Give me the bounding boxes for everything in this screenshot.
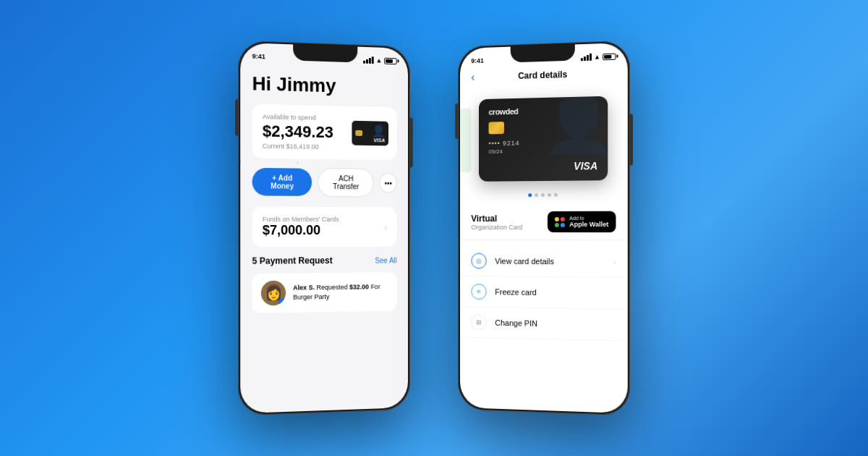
more-button[interactable]: ••• [380,173,397,193]
wifi-icon-1: ▲ [376,56,383,64]
card-person-icon: 👤 [372,124,386,138]
payment-title: 5 Payment Request [252,256,333,266]
status-icons-2: ▲ [581,53,616,62]
nav-title: Card details [518,69,567,81]
notch-1 [293,44,357,62]
eye-icon: ◎ [471,253,486,269]
phone-1-screen: 9:41 ▲ Hi Jimmy Available to spend $2,34… [240,43,408,413]
add-money-button[interactable]: + Add Money [252,168,312,196]
payment-item: 👩 ↓ Alex S. Requested $32.00 For Burger … [252,272,397,313]
dot-4[interactable] [547,193,550,197]
funds-chevron: › [384,222,387,232]
dot-5[interactable] [553,193,557,197]
payment-amount: $32.00 [349,284,369,291]
dot-3[interactable] [541,193,545,197]
card-bg-icon: 👤 [542,96,608,151]
payment-text: Alex S. Requested $32.00 For Burger Part… [293,283,380,303]
card-type: Virtual [471,214,522,224]
phone-1: 9:41 ▲ Hi Jimmy Available to spend $2,34… [238,41,410,416]
payer-name: Alex S. [293,284,315,292]
notch-2 [511,44,575,62]
dot-2[interactable] [535,193,538,197]
wallet-dot-blue [561,222,565,227]
funds-section[interactable]: Funds on Members' Cards $7,000.00 › [252,207,397,248]
battery-fill-2 [604,54,611,58]
wallet-dot-green [555,222,559,227]
grid-icon: ⊞ [471,314,486,330]
current-label: Current [263,143,284,151]
add-to-apple-wallet-button[interactable]: Add to Apple Wallet [548,211,616,232]
view-card-chevron: › [613,258,616,266]
card-info-section: Virtual Organization Card Add to Apple W… [460,203,628,240]
payment-for: For [370,284,380,291]
ach-transfer-button[interactable]: ACH Transfer [318,168,374,198]
card-thumbnail: 👤 VISA [352,121,388,146]
card-chip-thumb [355,130,362,136]
balance-section: Available to spend $2,349.23 Current $16… [252,104,397,161]
battery-fill-1 [386,59,392,62]
snowflake-icon: ✳ [471,284,486,300]
menu-item-pin[interactable]: ⊞ Change PIN [460,307,628,341]
wifi-icon-2: ▲ [594,53,600,60]
change-pin-label: Change PIN [495,318,616,329]
avatar-badge: ↓ [278,298,286,306]
card-visa-thumb: VISA [355,138,385,143]
signal-bars-2 [581,54,592,62]
phone-2-screen: 9:41 ▲ ‹ Card details 👤 crowded [460,43,628,413]
wallet-dot-yellow [555,216,559,221]
dot-1[interactable] [528,193,532,197]
battery-1 [384,57,396,64]
signal-bars-1 [363,56,374,64]
phone-2: 9:41 ▲ ‹ Card details 👤 crowded [458,41,630,416]
action-buttons: + Add Money ACH Transfer ••• [252,167,397,198]
card-slide: 👤 crowded •••• 9214 09/24 VISA [479,96,608,181]
time-2: 9:41 [471,57,483,64]
card-chip [489,122,504,134]
menu-item-view-card[interactable]: ◎ View card details › [460,246,628,279]
avatar: 👩 ↓ [261,281,286,306]
wallet-dot-red [561,216,565,221]
freeze-card-label: Freeze card [495,287,616,297]
card-org: Organization Card [471,224,522,231]
view-card-label: View card details [495,257,604,266]
funds-amount: $7,000.00 [263,223,339,238]
funds-content: Funds on Members' Cards $7,000.00 [263,216,339,238]
funds-label: Funds on Members' Cards [263,216,339,223]
add-wallet-big-text: Apple Wallet [569,221,608,228]
back-button[interactable]: ‹ [471,71,475,84]
screen1-content: Hi Jimmy Available to spend $2,349.23 Cu… [240,63,408,413]
add-wallet-small-text: Add to [569,216,608,221]
apple-wallet-icon [555,216,565,227]
card-carousel: 👤 crowded •••• 9214 09/24 VISA [460,83,628,194]
time-1: 9:41 [252,53,265,61]
current-amount: $16,419.00 [286,143,319,151]
payment-description: Burger Party [293,293,329,301]
card-peek [460,108,471,172]
battery-2 [603,53,616,60]
card-network: VISA [574,160,597,172]
see-all-button[interactable]: See All [375,256,397,264]
add-wallet-text: Add to Apple Wallet [569,216,608,228]
payment-action: Requested [317,284,349,292]
greeting: Hi Jimmy [252,72,397,99]
menu-item-freeze[interactable]: ✳ Freeze card [460,276,628,310]
status-icons-1: ▲ [363,56,396,64]
card-info-text: Virtual Organization Card [471,214,522,231]
payment-header: 5 Payment Request See All [252,255,397,266]
